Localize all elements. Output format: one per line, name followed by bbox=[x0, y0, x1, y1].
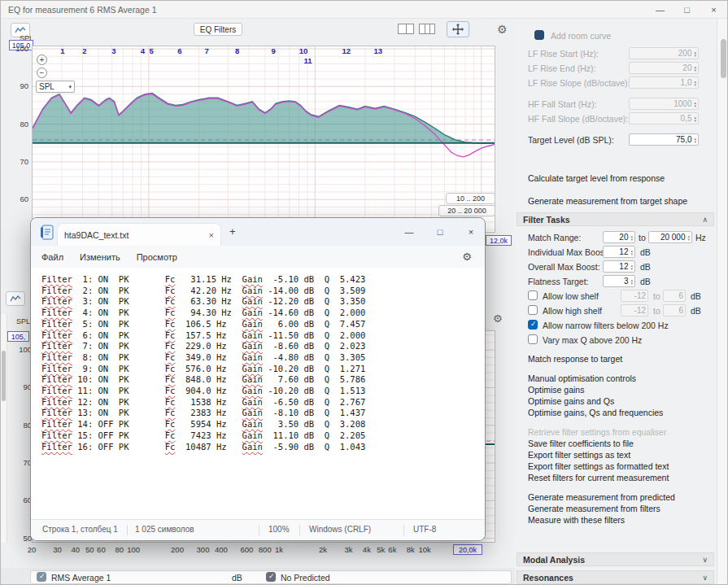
shelf-to-value[interactable]: 6 bbox=[663, 304, 686, 317]
spinner-arrows-icon[interactable]: ▴▾ bbox=[694, 101, 696, 107]
target-field-value[interactable]: 75,0▴▾ bbox=[629, 133, 699, 146]
filter-marker-2[interactable]: 2 bbox=[82, 46, 86, 55]
filter-task-action[interactable]: Optimise gains and Qs bbox=[528, 396, 614, 406]
filter-marker-6[interactable]: 6 bbox=[177, 46, 181, 55]
section-header-resonances[interactable]: Resonances∨ bbox=[517, 570, 714, 584]
notepad-menu-item-1[interactable]: Изменить bbox=[80, 252, 120, 262]
filter-task-action[interactable]: Save filter coefficients to file bbox=[528, 439, 634, 448]
filter-marker-13[interactable]: 13 bbox=[373, 46, 382, 55]
spinner-arrows-icon[interactable]: ▴▾ bbox=[694, 50, 696, 57]
graph1-plot[interactable] bbox=[32, 46, 495, 233]
line-ending-status[interactable]: Windows (CRLF) bbox=[309, 525, 371, 534]
maximize-icon[interactable]: □ bbox=[674, 1, 700, 19]
graph1-axis-end-box[interactable]: 12,0k bbox=[486, 235, 512, 246]
notepad-maximize-icon[interactable]: □ bbox=[425, 218, 456, 246]
notepad-settings-gear-icon[interactable]: ⚙ bbox=[462, 251, 472, 263]
graph1-freq-range-button[interactable]: 20 .. 20 000 bbox=[438, 205, 495, 216]
close-icon[interactable]: × bbox=[700, 1, 727, 19]
filter-marker-11[interactable]: 11 bbox=[303, 56, 312, 65]
filter-task-action[interactable]: Export filter settings as text bbox=[528, 450, 630, 460]
option-checkbox[interactable] bbox=[528, 334, 538, 344]
filter-marker-4[interactable]: 4 bbox=[141, 46, 145, 55]
filter-marker-5[interactable]: 5 bbox=[149, 46, 153, 55]
filter-marker-12[interactable]: 12 bbox=[342, 46, 351, 55]
target-field-value[interactable]: 1,0▴▾ bbox=[629, 76, 699, 89]
filter-task-action[interactable]: Reset filters for current measurement bbox=[528, 473, 669, 482]
match-range-from[interactable]: 20▴▾ bbox=[603, 231, 635, 243]
filter-task-action[interactable]: Match response to target bbox=[528, 354, 622, 364]
filter-task-action[interactable]: Manual optimisation controls bbox=[528, 373, 636, 383]
zoom-in-icon[interactable]: + bbox=[37, 55, 47, 65]
boost-row-value[interactable]: 3▴▾ bbox=[603, 275, 635, 287]
shelf-to-value[interactable]: 6 bbox=[663, 290, 686, 302]
notepad-menu-item-2[interactable]: Просмотр bbox=[137, 252, 177, 262]
expand-chevron-icon[interactable]: ∨ bbox=[702, 556, 708, 564]
spinner-arrows-icon[interactable]: ▴▾ bbox=[694, 65, 696, 72]
target-field-value[interactable]: 0,5▴▾ bbox=[629, 112, 699, 124]
zoom-status[interactable]: 100% bbox=[268, 525, 290, 534]
target-field-value[interactable]: 200▴▾ bbox=[629, 47, 699, 59]
expand-chevron-icon[interactable]: ∨ bbox=[702, 574, 708, 582]
notepad-close-icon[interactable]: × bbox=[456, 218, 486, 246]
right-scrollbar-track[interactable] bbox=[717, 19, 728, 585]
filter-marker-1[interactable]: 1 bbox=[60, 46, 64, 55]
filter-marker-8[interactable]: 8 bbox=[235, 46, 239, 55]
graph1-settings-gear-icon[interactable]: ⚙ bbox=[497, 23, 508, 36]
filter-task-action[interactable]: Export filter settings as formatted text bbox=[528, 461, 669, 471]
zoom-out-icon[interactable]: − bbox=[37, 68, 47, 78]
spinner-arrows-icon[interactable]: ▴▾ bbox=[687, 234, 690, 241]
option-checkbox[interactable] bbox=[528, 320, 538, 330]
spinner-arrows-icon[interactable]: ▴▾ bbox=[694, 116, 696, 122]
target-field-value[interactable]: 1000▴▾ bbox=[629, 98, 699, 110]
shelf-checkbox[interactable] bbox=[528, 290, 538, 300]
filter-marker-9[interactable]: 9 bbox=[271, 46, 275, 55]
graph2-x-max-box[interactable]: 20,0k bbox=[453, 544, 482, 555]
tab-close-icon[interactable]: × bbox=[209, 230, 214, 240]
capture-graph2-button[interactable] bbox=[6, 291, 25, 306]
notepad-title-bar[interactable]: hta9DAC_text.txt × + — □ × bbox=[31, 218, 485, 246]
new-tab-plus-icon[interactable]: + bbox=[229, 225, 236, 238]
spinner-arrows-icon[interactable]: ▴▾ bbox=[694, 80, 696, 86]
graph2-settings-gear-icon[interactable]: ⚙ bbox=[493, 312, 503, 325]
spinner-arrows-icon[interactable]: ▴▾ bbox=[630, 264, 633, 270]
layout-two-pane-icon[interactable] bbox=[398, 24, 414, 34]
filter-task-action[interactable]: Optimise gains, Qs and frequencies bbox=[528, 408, 663, 417]
eq-filters-button[interactable]: EQ Filters bbox=[194, 23, 242, 36]
spinner-arrows-icon[interactable]: ▴▾ bbox=[630, 249, 633, 255]
collapse-chevron-icon[interactable]: ∧ bbox=[702, 216, 708, 224]
notepad-text-area[interactable]: Filter 1: ON PK Fc 31.15 Hz Gain -5.10 d… bbox=[31, 268, 485, 519]
graph1-spl-range-button[interactable]: 10 .. 200 bbox=[446, 193, 495, 204]
filter-task-action[interactable]: Generate measurement from predicted bbox=[528, 492, 675, 502]
no-predicted-checkbox[interactable] bbox=[266, 572, 276, 582]
notepad-menu-item-0[interactable]: Файл bbox=[41, 252, 63, 262]
filter-task-action[interactable]: Generate measurement from filters bbox=[528, 504, 660, 513]
target-field-value[interactable]: 20▴▾ bbox=[629, 62, 699, 74]
spinner-arrows-icon[interactable]: ▴▾ bbox=[630, 234, 633, 241]
spinner-arrows-icon[interactable]: ▴▾ bbox=[630, 278, 633, 285]
boost-row-value[interactable]: 12▴▾ bbox=[603, 260, 635, 273]
calculate-target-level-action[interactable]: Calculate target level from response bbox=[528, 173, 665, 183]
shelf-from-value[interactable]: -12 bbox=[621, 304, 648, 317]
match-range-to[interactable]: 20 000▴▾ bbox=[648, 231, 692, 243]
filter-marker-3[interactable]: 3 bbox=[111, 46, 116, 55]
minimize-icon[interactable]: — bbox=[647, 1, 674, 19]
left-scrollbar-track[interactable] bbox=[1, 314, 7, 543]
filter-marker-7[interactable]: 7 bbox=[204, 46, 208, 55]
filter-marker-10[interactable]: 10 bbox=[299, 46, 308, 55]
encoding-status[interactable]: UTF-8 bbox=[413, 525, 436, 534]
shelf-from-value[interactable]: -12 bbox=[621, 290, 648, 302]
generate-from-target-shape-action[interactable]: Generate measurement from target shape bbox=[528, 196, 687, 206]
layout-three-pane-icon[interactable] bbox=[419, 24, 435, 34]
right-scrollbar-thumb[interactable] bbox=[721, 39, 726, 78]
filter-tasks-header[interactable]: Filter Tasks∧ bbox=[517, 212, 714, 226]
spinner-arrows-icon[interactable]: ▴▾ bbox=[694, 137, 696, 143]
pan-mode-button[interactable] bbox=[447, 21, 469, 37]
notepad-minimize-icon[interactable]: — bbox=[394, 218, 425, 246]
measurement-checkbox[interactable] bbox=[37, 572, 46, 582]
filter-task-action[interactable]: Optimise gains bbox=[528, 385, 584, 395]
section-header-modal-analysis[interactable]: Modal Analysis∨ bbox=[517, 552, 714, 566]
add-room-curve-checkbox[interactable] bbox=[534, 30, 544, 40]
shelf-checkbox[interactable] bbox=[528, 305, 538, 315]
boost-row-value[interactable]: 12▴▾ bbox=[603, 246, 635, 258]
filter-task-action[interactable]: Measure with these filters bbox=[528, 515, 625, 525]
